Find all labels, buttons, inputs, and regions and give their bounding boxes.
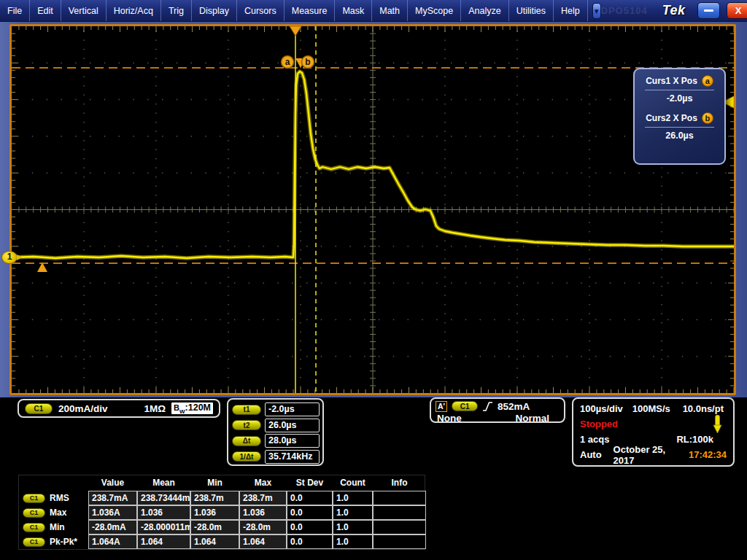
menu-cursors[interactable]: Cursors	[237, 0, 285, 21]
minimize-button[interactable]	[697, 2, 720, 19]
menu-edit[interactable]: Edit	[30, 0, 61, 21]
svg-text:a: a	[285, 57, 290, 67]
cursor-readout-box[interactable]: Curs1 X Pos a -2.0µs Curs2 X Pos b 26.0µ…	[633, 68, 726, 165]
meas-cell	[373, 520, 426, 534]
meas-name: Max	[50, 508, 66, 518]
graticule-frame[interactable]: ab	[9, 24, 736, 395]
menu-display[interactable]: Display	[192, 0, 237, 21]
menu-trig[interactable]: Trig	[161, 0, 192, 21]
meas-cell: 1.036	[137, 505, 190, 520]
record-length: RL:100k	[676, 434, 727, 445]
divider	[645, 90, 714, 90]
meas-header-info: Info	[373, 475, 426, 491]
meas-name: RMS	[50, 493, 69, 503]
meas-header-st-dev: St Dev	[287, 475, 333, 491]
display-area: ab Curs1 X Pos a -2.0µs Curs2 X Pos b 26…	[0, 22, 747, 397]
meas-cell: 238.73444m	[137, 491, 190, 505]
menu-mask[interactable]: Mask	[335, 0, 372, 21]
meas-row-label-pkpk: C1Pk-Pk*	[19, 534, 88, 549]
titlebar-right: DPO5104 Tek X	[601, 0, 747, 21]
trigger-mode-label: Auto	[580, 449, 602, 460]
cursor-a-badge: a	[702, 75, 713, 87]
meas-cell	[373, 491, 426, 505]
acquisition-count: 1 acqs	[580, 434, 609, 445]
cursor2-label: Curs2 X Pos	[646, 113, 697, 123]
cursor-row-3: Δt28.0µs	[232, 433, 320, 449]
divider	[645, 127, 714, 128]
meas-cell: 0.0	[287, 534, 333, 549]
cursor-badge-4[interactable]: 1/Δt	[232, 451, 261, 462]
chevron-down-icon: ▼	[593, 7, 600, 15]
menu-myscope[interactable]: MyScope	[408, 0, 461, 21]
meas-cell: 0.0	[287, 505, 333, 520]
cursor-badge-2[interactable]: t2	[232, 420, 261, 430]
tek-logo: Tek	[662, 3, 686, 18]
meas-cell	[373, 534, 426, 549]
menu-analyze[interactable]: Analyze	[461, 0, 508, 21]
trigger-aux-badge: A'	[436, 401, 447, 412]
meas-header-count: Count	[333, 475, 373, 491]
meas-cell: 0.0	[287, 491, 333, 505]
svg-text:b: b	[305, 57, 310, 67]
meas-row-label-rms: C1RMS	[19, 491, 88, 505]
meas-name: Min	[50, 522, 65, 532]
cursor-value-2: 26.0µs	[265, 419, 320, 432]
graticule[interactable]: ab	[12, 26, 734, 393]
meas-cell	[373, 505, 426, 520]
meas-cell: 1.0	[333, 491, 373, 505]
rising-edge-icon	[482, 401, 493, 412]
cursor1-label: Curs1 X Pos	[646, 76, 697, 86]
acquisition-status: Stopped	[580, 419, 618, 429]
channel1-impedance: 1MΩ	[144, 403, 166, 414]
meas-cell: 1.036	[190, 505, 239, 520]
menu-file[interactable]: File	[0, 0, 30, 21]
menu-bar: FileEditVerticalHoriz/AcqTrigDisplayCurs…	[0, 0, 747, 22]
menu-math[interactable]: Math	[372, 0, 408, 21]
meas-name: Pk-Pk*	[50, 537, 77, 547]
cursor1-value: -2.0µs	[635, 93, 724, 104]
menu-help[interactable]: Help	[554, 0, 588, 21]
trigger-holdoff: None	[437, 413, 462, 424]
channel1-position-marker[interactable]: 1	[1, 251, 18, 264]
channel1-button[interactable]: C1	[25, 403, 53, 414]
channel1-settings-panel: C1 200mA/div 1MΩ BW:120M	[18, 399, 220, 418]
meas-channel-button[interactable]: C1	[23, 537, 45, 547]
meas-row-label-min: C1Min	[19, 520, 88, 534]
meas-channel-button[interactable]: C1	[23, 494, 45, 503]
meas-cell: 0.0	[287, 520, 333, 534]
menu-measure[interactable]: Measure	[285, 0, 336, 21]
time-label: 17:42:34	[689, 449, 727, 460]
meas-header-mean: Mean	[137, 475, 190, 491]
measurement-table: ValueMeanMinMaxSt DevCountInfoC1RMS238.7…	[18, 475, 425, 550]
meas-cell: 238.7mA	[88, 491, 137, 505]
meas-cell: 1.064A	[88, 534, 137, 549]
cursor-row-4: 1/Δt35.714kHz	[232, 449, 320, 465]
cursor-row-2: t226.0µs	[232, 418, 320, 434]
timebase: 100µs/div	[580, 403, 623, 414]
menu-dropdown-button[interactable]: ▼	[592, 3, 601, 19]
meas-cell: 1.036A	[88, 505, 137, 520]
menu-horiz-acq[interactable]: Horiz/Acq	[107, 0, 161, 21]
trigger-source-button[interactable]: C1	[452, 401, 478, 411]
meas-cell: 1.0	[333, 520, 373, 534]
menu-utilities[interactable]: Utilities	[509, 0, 554, 21]
menu-vertical[interactable]: Vertical	[61, 0, 107, 21]
cursor-badge-1[interactable]: t1	[232, 405, 261, 415]
meas-cell: 1.064	[137, 534, 190, 549]
trigger-level: 852mA	[498, 401, 530, 412]
oscilloscope-screen: FileEditVerticalHoriz/AcqTrigDisplayCurs…	[0, 0, 747, 560]
cursor-row-1: t1-2.0µs	[232, 402, 320, 418]
trigger-position-marker[interactable]	[290, 26, 301, 36]
minimize-icon	[704, 9, 713, 12]
cursor2-value: 26.0µs	[635, 131, 724, 141]
meas-channel-button[interactable]: C1	[23, 508, 45, 518]
cursor-badge-3[interactable]: Δt	[232, 436, 261, 446]
acquisition-panel: 100µs/div 100MS/s 10.0ns/pt Stopped 1 ac…	[572, 397, 735, 467]
meas-header-value: Value	[88, 475, 137, 491]
meas-cell: 238.7m	[190, 491, 239, 505]
meas-channel-button[interactable]: C1	[23, 523, 45, 532]
meas-cell: 1.064	[239, 534, 287, 549]
close-button[interactable]: X	[727, 2, 747, 19]
record-position-icon	[713, 415, 722, 434]
date-label: October 25, 2017	[614, 444, 689, 466]
